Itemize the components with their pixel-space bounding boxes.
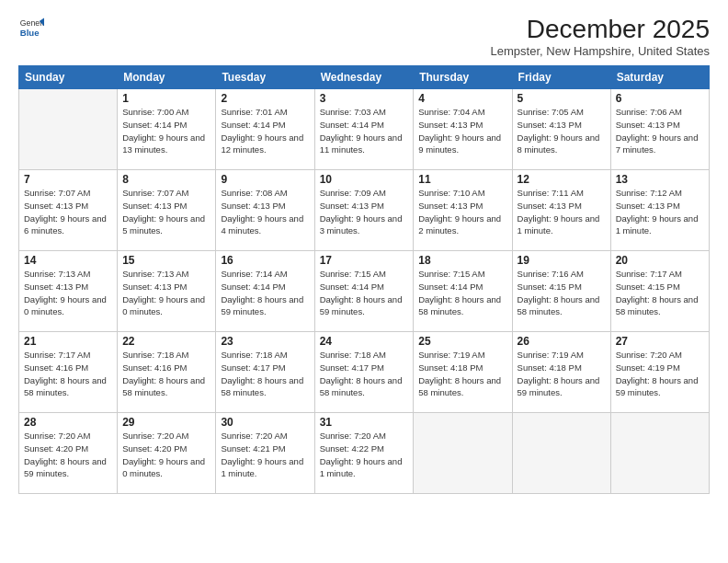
calendar-cell: 14Sunrise: 7:13 AM Sunset: 4:13 PM Dayli… (19, 251, 118, 332)
calendar-cell: 4Sunrise: 7:04 AM Sunset: 4:13 PM Daylig… (414, 89, 512, 170)
day-number: 19 (518, 254, 606, 267)
calendar-table: SundayMondayTuesdayWednesdayThursdayFrid… (18, 65, 710, 494)
calendar-cell: 17Sunrise: 7:15 AM Sunset: 4:14 PM Dayli… (314, 251, 414, 332)
day-info: Sunrise: 7:18 AM Sunset: 4:16 PM Dayligh… (122, 349, 210, 399)
day-number: 8 (122, 173, 210, 186)
location: Lempster, New Hampshire, United States (491, 44, 710, 58)
day-number: 25 (418, 335, 506, 348)
svg-text:Blue: Blue (20, 28, 40, 38)
day-number: 4 (418, 92, 506, 105)
day-number: 22 (122, 335, 210, 348)
day-info: Sunrise: 7:17 AM Sunset: 4:16 PM Dayligh… (24, 349, 112, 399)
day-info: Sunrise: 7:17 AM Sunset: 4:15 PM Dayligh… (616, 268, 704, 318)
calendar-cell: 12Sunrise: 7:11 AM Sunset: 4:13 PM Dayli… (512, 170, 610, 251)
month-title: December 2025 (491, 15, 710, 44)
calendar-cell: 20Sunrise: 7:17 AM Sunset: 4:15 PM Dayli… (610, 251, 709, 332)
day-info: Sunrise: 7:05 AM Sunset: 4:13 PM Dayligh… (518, 106, 606, 156)
day-number: 16 (221, 254, 309, 267)
day-info: Sunrise: 7:20 AM Sunset: 4:22 PM Dayligh… (320, 430, 409, 480)
day-info: Sunrise: 7:07 AM Sunset: 4:13 PM Dayligh… (24, 187, 112, 237)
day-number: 7 (24, 173, 112, 186)
day-info: Sunrise: 7:20 AM Sunset: 4:20 PM Dayligh… (24, 430, 112, 480)
day-info: Sunrise: 7:13 AM Sunset: 4:13 PM Dayligh… (24, 268, 112, 318)
page-header: General Blue December 2025 Lempster, New… (18, 15, 710, 58)
day-info: Sunrise: 7:18 AM Sunset: 4:17 PM Dayligh… (221, 349, 309, 399)
calendar-cell (414, 413, 512, 494)
day-number: 24 (320, 335, 409, 348)
calendar-cell: 28Sunrise: 7:20 AM Sunset: 4:20 PM Dayli… (19, 413, 118, 494)
day-info: Sunrise: 7:01 AM Sunset: 4:14 PM Dayligh… (221, 106, 309, 156)
day-info: Sunrise: 7:13 AM Sunset: 4:13 PM Dayligh… (122, 268, 210, 318)
logo: General Blue (18, 15, 44, 40)
calendar-cell: 30Sunrise: 7:20 AM Sunset: 4:21 PM Dayli… (216, 413, 314, 494)
calendar-cell: 3Sunrise: 7:03 AM Sunset: 4:14 PM Daylig… (314, 89, 414, 170)
calendar-cell: 10Sunrise: 7:09 AM Sunset: 4:13 PM Dayli… (314, 170, 414, 251)
day-info: Sunrise: 7:11 AM Sunset: 4:13 PM Dayligh… (518, 187, 606, 237)
day-info: Sunrise: 7:10 AM Sunset: 4:13 PM Dayligh… (418, 187, 506, 237)
calendar-cell: 19Sunrise: 7:16 AM Sunset: 4:15 PM Dayli… (512, 251, 610, 332)
day-info: Sunrise: 7:19 AM Sunset: 4:18 PM Dayligh… (518, 349, 606, 399)
day-number: 11 (418, 173, 506, 186)
calendar-cell: 22Sunrise: 7:18 AM Sunset: 4:16 PM Dayli… (118, 332, 216, 413)
calendar-cell: 7Sunrise: 7:07 AM Sunset: 4:13 PM Daylig… (19, 170, 118, 251)
day-info: Sunrise: 7:06 AM Sunset: 4:13 PM Dayligh… (616, 106, 704, 156)
day-number: 10 (320, 173, 409, 186)
day-number: 6 (616, 92, 704, 105)
day-info: Sunrise: 7:20 AM Sunset: 4:19 PM Dayligh… (616, 349, 704, 399)
day-info: Sunrise: 7:07 AM Sunset: 4:13 PM Dayligh… (122, 187, 210, 237)
calendar-week-row: 14Sunrise: 7:13 AM Sunset: 4:13 PM Dayli… (19, 251, 710, 332)
day-info: Sunrise: 7:20 AM Sunset: 4:20 PM Dayligh… (122, 430, 210, 480)
day-number: 13 (616, 173, 704, 186)
day-info: Sunrise: 7:15 AM Sunset: 4:14 PM Dayligh… (320, 268, 409, 318)
day-info: Sunrise: 7:18 AM Sunset: 4:17 PM Dayligh… (320, 349, 409, 399)
day-info: Sunrise: 7:20 AM Sunset: 4:21 PM Dayligh… (221, 430, 309, 480)
calendar-cell: 11Sunrise: 7:10 AM Sunset: 4:13 PM Dayli… (414, 170, 512, 251)
day-header-monday: Monday (118, 66, 216, 89)
day-info: Sunrise: 7:14 AM Sunset: 4:14 PM Dayligh… (221, 268, 309, 318)
day-number: 18 (418, 254, 506, 267)
calendar-cell: 29Sunrise: 7:20 AM Sunset: 4:20 PM Dayli… (118, 413, 216, 494)
svg-text:General: General (20, 18, 44, 28)
day-number: 3 (320, 92, 409, 105)
day-info: Sunrise: 7:16 AM Sunset: 4:15 PM Dayligh… (518, 268, 606, 318)
day-info: Sunrise: 7:19 AM Sunset: 4:18 PM Dayligh… (418, 349, 506, 399)
day-number: 27 (616, 335, 704, 348)
day-number: 26 (518, 335, 606, 348)
day-number: 29 (122, 416, 210, 429)
calendar-cell (19, 89, 118, 170)
day-number: 5 (518, 92, 606, 105)
day-number: 14 (24, 254, 112, 267)
calendar-cell: 8Sunrise: 7:07 AM Sunset: 4:13 PM Daylig… (118, 170, 216, 251)
day-info: Sunrise: 7:04 AM Sunset: 4:13 PM Dayligh… (418, 106, 506, 156)
calendar-cell: 21Sunrise: 7:17 AM Sunset: 4:16 PM Dayli… (19, 332, 118, 413)
calendar-week-row: 1Sunrise: 7:00 AM Sunset: 4:14 PM Daylig… (19, 89, 710, 170)
calendar-cell: 23Sunrise: 7:18 AM Sunset: 4:17 PM Dayli… (216, 332, 314, 413)
calendar-cell: 1Sunrise: 7:00 AM Sunset: 4:14 PM Daylig… (118, 89, 216, 170)
day-number: 17 (320, 254, 409, 267)
calendar-cell: 25Sunrise: 7:19 AM Sunset: 4:18 PM Dayli… (414, 332, 512, 413)
calendar-header-row: SundayMondayTuesdayWednesdayThursdayFrid… (19, 66, 710, 89)
calendar-week-row: 28Sunrise: 7:20 AM Sunset: 4:20 PM Dayli… (19, 413, 710, 494)
day-header-thursday: Thursday (414, 66, 512, 89)
calendar-cell: 26Sunrise: 7:19 AM Sunset: 4:18 PM Dayli… (512, 332, 610, 413)
day-number: 30 (221, 416, 309, 429)
calendar-cell: 13Sunrise: 7:12 AM Sunset: 4:13 PM Dayli… (610, 170, 709, 251)
day-number: 12 (518, 173, 606, 186)
day-info: Sunrise: 7:12 AM Sunset: 4:13 PM Dayligh… (616, 187, 704, 237)
calendar-cell: 27Sunrise: 7:20 AM Sunset: 4:19 PM Dayli… (610, 332, 709, 413)
calendar-cell (512, 413, 610, 494)
day-number: 23 (221, 335, 309, 348)
day-number: 2 (221, 92, 309, 105)
day-number: 9 (221, 173, 309, 186)
day-header-wednesday: Wednesday (314, 66, 414, 89)
title-section: December 2025 Lempster, New Hampshire, U… (491, 15, 710, 58)
calendar-cell: 6Sunrise: 7:06 AM Sunset: 4:13 PM Daylig… (610, 89, 709, 170)
day-info: Sunrise: 7:08 AM Sunset: 4:13 PM Dayligh… (221, 187, 309, 237)
day-number: 15 (122, 254, 210, 267)
day-number: 1 (122, 92, 210, 105)
logo-icon: General Blue (18, 15, 44, 40)
calendar-cell: 15Sunrise: 7:13 AM Sunset: 4:13 PM Dayli… (118, 251, 216, 332)
day-number: 28 (24, 416, 112, 429)
calendar-cell: 18Sunrise: 7:15 AM Sunset: 4:14 PM Dayli… (414, 251, 512, 332)
calendar-cell: 5Sunrise: 7:05 AM Sunset: 4:13 PM Daylig… (512, 89, 610, 170)
